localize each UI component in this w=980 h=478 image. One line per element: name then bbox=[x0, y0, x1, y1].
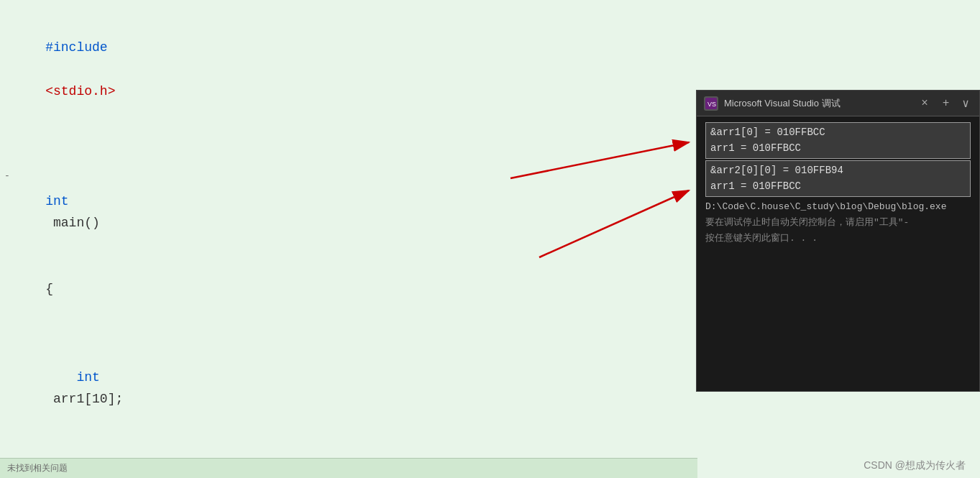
open-brace-line: { bbox=[14, 257, 683, 323]
watermark: CSDN @想成为传火者 bbox=[864, 459, 966, 472]
include-line: #include <stdio.h> bbox=[14, 14, 683, 124]
blank-line-2 bbox=[14, 322, 683, 344]
svg-text:VS: VS bbox=[707, 101, 716, 108]
debug-output: &arr1[0] = 010FFBCC arr1 = 010FFBCC &arr… bbox=[697, 116, 979, 391]
output-dim-1: 要在调试停止时自动关闭控制台，请启用"工具"- bbox=[705, 216, 971, 231]
code-editor: #include <stdio.h> - int main() { int ar… bbox=[0, 0, 697, 478]
output-arr2-addr: &arr2[0][0] = 010FFB94 bbox=[710, 162, 966, 178]
debug-chevron-button[interactable]: ∨ bbox=[959, 95, 972, 112]
include-keyword: #include bbox=[45, 40, 107, 55]
debug-plus-button[interactable]: + bbox=[938, 96, 954, 111]
output-highlight-block-1: &arr1[0] = 010FFBCC arr1 = 010FFBCC bbox=[705, 122, 971, 159]
output-highlight-block-2: &arr2[0][0] = 010FFB94 arr1 = 010FFBCC bbox=[705, 160, 971, 197]
status-text: 未找到相关问题 bbox=[7, 462, 68, 474]
arr1-decl: int arr1[10]; bbox=[14, 344, 683, 432]
debug-titlebar: VS Microsoft Visual Studio 调试 × + ∨ bbox=[697, 91, 979, 116]
vs-icon: VS bbox=[704, 96, 718, 111]
debug-close-button[interactable]: × bbox=[917, 96, 933, 111]
output-arr1-addr: &arr1[0] = 010FFBCC bbox=[710, 124, 966, 140]
debug-window: VS Microsoft Visual Studio 调试 × + ∨ &arr… bbox=[696, 90, 980, 392]
int-keyword: int bbox=[45, 194, 68, 208]
output-path: D:\Code\C.house\C_study\blog\Debug\blog.… bbox=[705, 200, 971, 215]
main-decl-line: - int main() bbox=[14, 147, 683, 257]
include-file: <stdio.h> bbox=[45, 84, 115, 98]
debug-title-text: Microsoft Visual Studio 调试 bbox=[724, 97, 917, 110]
output-arr1-val: arr1 = 010FFBCC bbox=[710, 140, 966, 156]
output-arr2-val: arr1 = 010FFBCC bbox=[710, 178, 966, 194]
status-bar: 未找到相关问题 bbox=[0, 458, 697, 478]
output-dim-2: 按任意键关闭此窗口. . . bbox=[705, 231, 971, 247]
blank-line-1 bbox=[14, 124, 683, 147]
debug-title-buttons: × + ∨ bbox=[917, 95, 972, 112]
